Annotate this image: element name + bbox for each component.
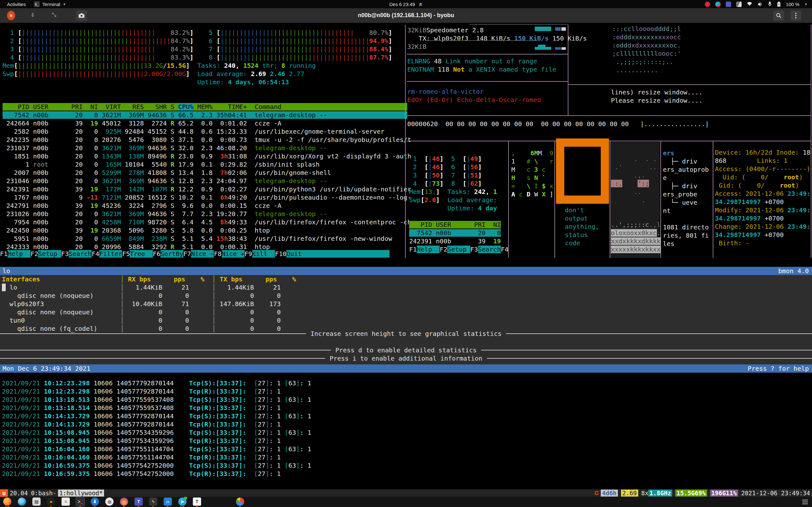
dock-icon-software-store[interactable]: ▤ bbox=[32, 498, 41, 506]
dock-icon-text-editor-t[interactable]: T bbox=[193, 498, 201, 506]
app-menu[interactable]: $_ Terminal ▼ bbox=[34, 1, 66, 7]
dock-icon-firefox[interactable] bbox=[3, 498, 11, 506]
app-grid-icon[interactable] bbox=[803, 499, 808, 504]
window-title: n00b@n00b (192.168.1.104) - byobu bbox=[0, 12, 812, 19]
status-disk: 196G11% bbox=[710, 490, 738, 497]
wifi-icon[interactable] bbox=[747, 2, 752, 6]
dock-taskbar: ▤●≡>_⬇◍Tϟ‹›➤T bbox=[0, 497, 812, 507]
pane-border-h4 bbox=[568, 84, 811, 85]
release-label: 20.04 bbox=[8, 490, 29, 497]
hexdump-pane: 00000620 00 00 00 00 00 00 00 00 00 00 0… bbox=[407, 120, 709, 128]
stat-pane: Device: 16h/22d Inode: 18868 Links: 1Acc… bbox=[715, 148, 810, 247]
grainy-art-pane: . . . .' .. .,. :. ':; .. . ..',;;;::c.,… bbox=[611, 147, 661, 253]
resize-notice-pane: lines) resize window....Please resize wi… bbox=[611, 88, 703, 105]
terminal-app-icon: $_ bbox=[34, 1, 40, 7]
bmon-title-bar: lo bmon 4.0 bbox=[0, 267, 812, 275]
dock-icon-chrome[interactable] bbox=[236, 498, 244, 506]
status-core-count: 8x bbox=[641, 490, 649, 497]
status-load: 2.69 bbox=[621, 490, 638, 497]
speedometer-bar-blue-1 bbox=[555, 27, 561, 31]
date-status-left: Mon Dec 6 23:49:34 2021 bbox=[0, 365, 90, 372]
menu-button[interactable] bbox=[791, 10, 801, 20]
bmon-selected-interface: lo bbox=[0, 267, 10, 275]
speedometer-bar-white-1 bbox=[561, 27, 566, 31]
status-uptime: 4d6h bbox=[601, 490, 618, 497]
battery-percent: 100 % bbox=[786, 2, 800, 7]
mini-htop-pane: 1 [|46] 5 [|49] 2 [|46] 6 [|56] 3 [|50] … bbox=[409, 155, 508, 253]
bmon-interface-table[interactable]: lo │ 1.44KiB 21 │ 1.44KiB 21 qdisc none … bbox=[2, 283, 281, 333]
pane-border-v4 bbox=[554, 141, 555, 258]
bell-muted-icon bbox=[418, 3, 423, 7]
pane-border-h3 bbox=[407, 115, 811, 116]
dock-icon-shutter[interactable]: ● bbox=[47, 498, 55, 506]
dock-badge-telegram bbox=[184, 497, 187, 499]
pane-border-h5 bbox=[407, 141, 811, 141]
dock-icon-flame-app[interactable] bbox=[120, 498, 128, 506]
errno-pane: ELNRNG 48 Link number out of rangeENOTNA… bbox=[407, 57, 556, 73]
date-status-bar: Mon Dec 6 23:49:34 2021 Press ? for help bbox=[0, 364, 812, 373]
htop-function-key-bar[interactable]: F1Help F2Setup F3SearchF4FilterF5Tree F6… bbox=[0, 250, 390, 258]
pane-border-h1 bbox=[407, 54, 568, 55]
window-tab-hollywood[interactable]: 1:hollywood* bbox=[58, 490, 104, 497]
speedometer-graph-rule-1 bbox=[469, 24, 568, 25]
pane-border-vertical-right-edge bbox=[811, 25, 811, 258]
battery-icon[interactable] bbox=[777, 2, 781, 7]
status-cpu-freq: 1.8GHz bbox=[648, 490, 672, 497]
dock-icon-downloader[interactable]: ⬇ bbox=[91, 498, 99, 506]
clock-area: Des 6 23:49 bbox=[0, 2, 812, 7]
speedometer-bar-blue-2 bbox=[555, 47, 561, 50]
dock-icon-text-document[interactable]: ≡ bbox=[61, 498, 70, 506]
bmon-header-row: Interfaces │ RX bps pps % │ TX bps pps % bbox=[2, 275, 296, 283]
tray-teams-icon[interactable] bbox=[726, 2, 731, 7]
volume-icon[interactable] bbox=[757, 2, 763, 7]
dont-output-pane: don'toutputanything,statuscode bbox=[565, 206, 599, 247]
ascii-art-pane: :::cclloooodddd;;l:odddxxxxxxxxxxocc:odd… bbox=[612, 25, 681, 74]
system-menu-chevron-icon[interactable]: ▼ bbox=[804, 3, 808, 6]
bmon-message-screen-height: Increase screen height to see graphical … bbox=[0, 330, 812, 338]
chevron-down-icon: ▼ bbox=[63, 3, 66, 6]
date-status-help: Press ? for help bbox=[748, 365, 812, 372]
app-menu-label: Terminal bbox=[42, 2, 60, 7]
window-tab-bash[interactable]: 0:bash- bbox=[30, 490, 58, 497]
ubuntu-logo-badge: u bbox=[0, 489, 8, 497]
matrix-pane: , 6MM 91 # \ rM c 3 cH s N `= \ I $ xA c… bbox=[511, 149, 554, 199]
kebab-menu-icon bbox=[795, 13, 797, 18]
log-pane: 2021/09/21 10:12:23.298 10606 1405777928… bbox=[2, 379, 311, 478]
terminal-content: 1 [||||||||||||||||||||||||||||||||||| 8… bbox=[0, 23, 812, 489]
dock-icon-disks[interactable]: ◍ bbox=[105, 498, 113, 506]
tray-mail-icon[interactable] bbox=[715, 2, 721, 7]
clock-label[interactable]: Des 6 23:49 bbox=[389, 2, 415, 7]
status-datetime: 2021-12-06 23:49:34 bbox=[741, 490, 810, 497]
bmon-message-additional: Press i to enable additional information bbox=[0, 354, 812, 362]
reboot-required-icon bbox=[594, 490, 600, 496]
bmon-message-detailed: Press d to enable detailed statistics bbox=[0, 346, 812, 354]
figlet-block bbox=[556, 138, 609, 204]
speedometer-bar-teal-bump bbox=[538, 45, 546, 50]
terminal-title-bar: ✕ ⇩ ⤡ n00b@n00b (192.168.1.104) - byobu bbox=[0, 8, 812, 23]
tree-pane: ers ├─ drivers_autoprobe ├─ drivers_prob… bbox=[663, 149, 709, 248]
tray-shield-icon[interactable] bbox=[705, 2, 710, 7]
activities-button[interactable]: Activities bbox=[7, 2, 26, 7]
dock-icon-terminal[interactable]: >_ bbox=[76, 498, 84, 506]
pane-border-v7 bbox=[713, 141, 713, 258]
speedometer-bar-teal-1 bbox=[535, 26, 551, 31]
status-memory: 15.5G69% bbox=[675, 490, 707, 497]
bmon-version: bmon 4.0 bbox=[778, 267, 812, 275]
gnome-top-bar: Activities $_ Terminal ▼ Des 6 23:49 100… bbox=[0, 0, 812, 8]
phonetic-pane: rm-romeo-alfa-victorEdOr (Ed-Or) Echo-de… bbox=[407, 88, 541, 104]
pane-border-h2 bbox=[407, 81, 568, 82]
microphone-icon[interactable] bbox=[768, 2, 772, 7]
byobu-status-bar: u 20.04 0:bash- 1:hollywood* 4d6h 2.69 8… bbox=[0, 489, 812, 497]
tray-feather-icon[interactable] bbox=[736, 2, 742, 7]
speedometer-bar-white-2 bbox=[561, 47, 566, 50]
dock-icon-vscode[interactable]: ‹› bbox=[164, 498, 172, 506]
search-button[interactable] bbox=[773, 10, 784, 20]
dock-icon-thunderbird[interactable] bbox=[18, 498, 26, 506]
dock-icon-teams[interactable]: T bbox=[135, 498, 143, 506]
pane-border-vertical-main bbox=[405, 25, 406, 258]
dock-icon-stacer[interactable]: ϟ bbox=[149, 498, 157, 506]
htop-pane: 1 [||||||||||||||||||||||||||||||||||| 8… bbox=[3, 29, 411, 251]
speedometer-graph-rule-2 bbox=[425, 40, 537, 41]
search-icon bbox=[776, 13, 781, 18]
